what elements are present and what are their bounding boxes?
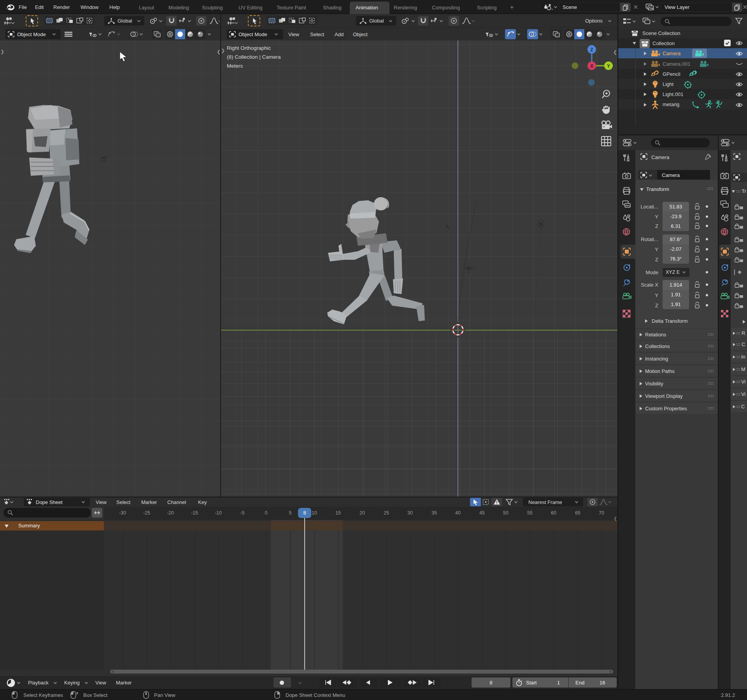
svg-text:X: X <box>590 63 593 69</box>
svg-text:Z: Z <box>590 47 593 52</box>
svg-text:Y: Y <box>607 63 610 69</box>
